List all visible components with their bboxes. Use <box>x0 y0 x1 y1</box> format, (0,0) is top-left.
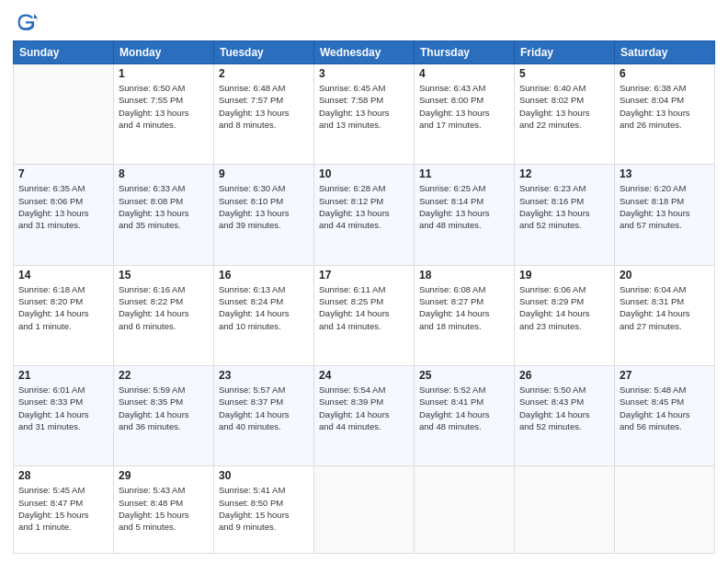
day-content: Sunrise: 5:59 AM Sunset: 8:35 PM Dayligh… <box>119 384 209 432</box>
day-number: 5 <box>519 67 609 80</box>
day-content: Sunrise: 5:45 AM Sunset: 8:47 PM Dayligh… <box>18 484 108 533</box>
day-content: Sunrise: 6:38 AM Sunset: 8:04 PM Dayligh… <box>620 82 710 131</box>
day-content: Sunrise: 6:33 AM Sunset: 8:08 PM Dayligh… <box>119 182 209 231</box>
calendar-cell <box>415 466 515 554</box>
calendar-cell: 10Sunrise: 6:28 AM Sunset: 8:12 PM Dayli… <box>314 165 415 265</box>
calendar-cell <box>314 466 415 554</box>
calendar-cell: 19Sunrise: 6:06 AM Sunset: 8:29 PM Dayli… <box>515 265 615 365</box>
day-number: 20 <box>620 269 710 282</box>
day-number: 6 <box>620 67 710 80</box>
week-row-2: 7Sunrise: 6:35 AM Sunset: 8:06 PM Daylig… <box>14 165 715 265</box>
day-number: 30 <box>219 469 309 482</box>
day-content: Sunrise: 5:57 AM Sunset: 8:37 PM Dayligh… <box>219 384 309 432</box>
day-number: 8 <box>119 167 209 180</box>
day-content: Sunrise: 5:41 AM Sunset: 8:50 PM Dayligh… <box>219 484 309 533</box>
calendar-cell: 7Sunrise: 6:35 AM Sunset: 8:06 PM Daylig… <box>14 165 114 265</box>
day-number: 9 <box>219 167 309 180</box>
day-number: 13 <box>620 167 710 180</box>
day-content: Sunrise: 6:01 AM Sunset: 8:33 PM Dayligh… <box>18 384 108 432</box>
day-content: Sunrise: 6:23 AM Sunset: 8:16 PM Dayligh… <box>519 182 609 231</box>
day-content: Sunrise: 5:54 AM Sunset: 8:39 PM Dayligh… <box>319 384 409 432</box>
day-number: 10 <box>319 167 409 180</box>
day-number: 16 <box>219 269 309 282</box>
col-header-sunday: Sunday <box>14 41 114 64</box>
calendar-cell: 12Sunrise: 6:23 AM Sunset: 8:16 PM Dayli… <box>515 165 615 265</box>
calendar-cell: 20Sunrise: 6:04 AM Sunset: 8:31 PM Dayli… <box>615 265 715 365</box>
calendar-cell: 22Sunrise: 5:59 AM Sunset: 8:35 PM Dayli… <box>114 365 214 465</box>
day-number: 24 <box>319 369 409 382</box>
week-row-5: 28Sunrise: 5:45 AM Sunset: 8:47 PM Dayli… <box>14 466 715 554</box>
day-number: 15 <box>119 269 209 282</box>
calendar-table: SundayMondayTuesdayWednesdayThursdayFrid… <box>13 40 715 554</box>
logo <box>13 9 42 35</box>
day-content: Sunrise: 6:43 AM Sunset: 8:00 PM Dayligh… <box>419 82 509 131</box>
day-content: Sunrise: 6:13 AM Sunset: 8:24 PM Dayligh… <box>219 283 309 332</box>
logo-icon <box>13 9 39 35</box>
week-row-4: 21Sunrise: 6:01 AM Sunset: 8:33 PM Dayli… <box>14 365 715 465</box>
day-content: Sunrise: 6:20 AM Sunset: 8:18 PM Dayligh… <box>620 182 710 231</box>
day-number: 18 <box>419 269 509 282</box>
day-number: 1 <box>119 67 209 80</box>
day-number: 25 <box>419 369 509 382</box>
col-header-tuesday: Tuesday <box>214 41 314 64</box>
week-row-3: 14Sunrise: 6:18 AM Sunset: 8:20 PM Dayli… <box>14 265 715 365</box>
calendar-cell: 11Sunrise: 6:25 AM Sunset: 8:14 PM Dayli… <box>415 165 515 265</box>
calendar-cell: 2Sunrise: 6:48 AM Sunset: 7:57 PM Daylig… <box>214 64 314 165</box>
day-content: Sunrise: 6:11 AM Sunset: 8:25 PM Dayligh… <box>319 283 409 332</box>
day-number: 22 <box>119 369 209 382</box>
calendar-cell: 14Sunrise: 6:18 AM Sunset: 8:20 PM Dayli… <box>14 265 114 365</box>
day-content: Sunrise: 6:30 AM Sunset: 8:10 PM Dayligh… <box>219 182 309 231</box>
day-number: 21 <box>18 369 108 382</box>
day-content: Sunrise: 6:50 AM Sunset: 7:55 PM Dayligh… <box>119 82 209 131</box>
header <box>13 9 715 35</box>
col-header-friday: Friday <box>515 41 615 64</box>
calendar-cell: 21Sunrise: 6:01 AM Sunset: 8:33 PM Dayli… <box>14 365 114 465</box>
calendar-cell: 28Sunrise: 5:45 AM Sunset: 8:47 PM Dayli… <box>14 466 114 554</box>
day-number: 17 <box>319 269 409 282</box>
day-number: 2 <box>219 67 309 80</box>
day-number: 26 <box>519 369 609 382</box>
calendar-cell: 30Sunrise: 5:41 AM Sunset: 8:50 PM Dayli… <box>214 466 314 554</box>
calendar-cell: 13Sunrise: 6:20 AM Sunset: 8:18 PM Dayli… <box>615 165 715 265</box>
col-header-thursday: Thursday <box>415 41 515 64</box>
calendar-cell: 8Sunrise: 6:33 AM Sunset: 8:08 PM Daylig… <box>114 165 214 265</box>
col-header-monday: Monday <box>114 41 214 64</box>
calendar-cell: 25Sunrise: 5:52 AM Sunset: 8:41 PM Dayli… <box>415 365 515 465</box>
col-header-wednesday: Wednesday <box>314 41 415 64</box>
calendar-cell: 9Sunrise: 6:30 AM Sunset: 8:10 PM Daylig… <box>214 165 314 265</box>
day-content: Sunrise: 6:45 AM Sunset: 7:58 PM Dayligh… <box>319 82 409 131</box>
calendar-cell: 1Sunrise: 6:50 AM Sunset: 7:55 PM Daylig… <box>114 64 214 165</box>
calendar-cell: 27Sunrise: 5:48 AM Sunset: 8:45 PM Dayli… <box>615 365 715 465</box>
calendar-cell <box>615 466 715 554</box>
calendar-cell: 3Sunrise: 6:45 AM Sunset: 7:58 PM Daylig… <box>314 64 415 165</box>
calendar-cell: 15Sunrise: 6:16 AM Sunset: 8:22 PM Dayli… <box>114 265 214 365</box>
day-number: 29 <box>119 469 209 482</box>
day-content: Sunrise: 5:50 AM Sunset: 8:43 PM Dayligh… <box>519 384 609 432</box>
day-content: Sunrise: 6:35 AM Sunset: 8:06 PM Dayligh… <box>18 182 108 231</box>
day-content: Sunrise: 5:48 AM Sunset: 8:45 PM Dayligh… <box>620 384 710 432</box>
day-number: 27 <box>620 369 710 382</box>
day-number: 12 <box>519 167 609 180</box>
col-header-saturday: Saturday <box>615 41 715 64</box>
calendar-cell: 5Sunrise: 6:40 AM Sunset: 8:02 PM Daylig… <box>515 64 615 165</box>
day-number: 4 <box>419 67 509 80</box>
calendar-cell: 26Sunrise: 5:50 AM Sunset: 8:43 PM Dayli… <box>515 365 615 465</box>
day-content: Sunrise: 6:06 AM Sunset: 8:29 PM Dayligh… <box>519 283 609 332</box>
calendar-cell <box>515 466 615 554</box>
calendar-cell <box>14 64 114 165</box>
day-content: Sunrise: 6:25 AM Sunset: 8:14 PM Dayligh… <box>419 182 509 231</box>
calendar-cell: 24Sunrise: 5:54 AM Sunset: 8:39 PM Dayli… <box>314 365 415 465</box>
day-number: 14 <box>18 269 108 282</box>
day-number: 28 <box>18 469 108 482</box>
day-number: 19 <box>519 269 609 282</box>
day-number: 3 <box>319 67 409 80</box>
calendar-cell: 23Sunrise: 5:57 AM Sunset: 8:37 PM Dayli… <box>214 365 314 465</box>
calendar-cell: 6Sunrise: 6:38 AM Sunset: 8:04 PM Daylig… <box>615 64 715 165</box>
day-content: Sunrise: 6:28 AM Sunset: 8:12 PM Dayligh… <box>319 182 409 231</box>
day-content: Sunrise: 5:52 AM Sunset: 8:41 PM Dayligh… <box>419 384 509 432</box>
week-row-1: 1Sunrise: 6:50 AM Sunset: 7:55 PM Daylig… <box>14 64 715 165</box>
day-content: Sunrise: 6:18 AM Sunset: 8:20 PM Dayligh… <box>18 283 108 332</box>
calendar-cell: 29Sunrise: 5:43 AM Sunset: 8:48 PM Dayli… <box>114 466 214 554</box>
calendar-cell: 4Sunrise: 6:43 AM Sunset: 8:00 PM Daylig… <box>415 64 515 165</box>
calendar-cell: 16Sunrise: 6:13 AM Sunset: 8:24 PM Dayli… <box>214 265 314 365</box>
